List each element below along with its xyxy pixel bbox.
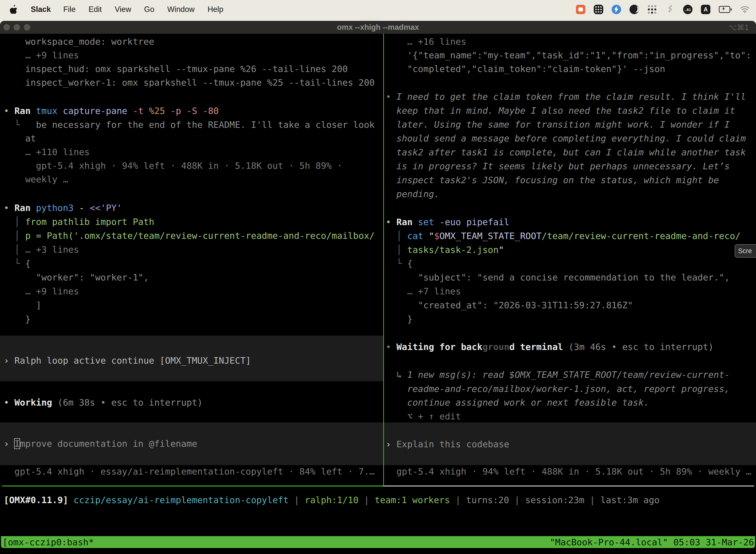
text-segment: … +9 lines: [4, 50, 79, 60]
text-segment: 1 new msg(s): read $OMX_TEAM_STATE_ROOT/…: [407, 370, 730, 380]
menu-item-view[interactable]: View: [108, 5, 138, 14]
terminal-line: later. Using the same for transition mig…: [386, 119, 730, 130]
text-segment: inspect task2's JSON, focusing on the st…: [386, 175, 719, 185]
pane-right[interactable]: … +16 lines '{"team_name":"my-team","tas…: [384, 0, 756, 554]
bolt-badge-icon[interactable]: [612, 5, 621, 14]
terminal-line: › Improve documentation in @filename: [4, 438, 197, 449]
terminal-line: … +9 lines: [4, 50, 79, 61]
text-segment: ": [429, 231, 434, 241]
text-segment: •: [4, 106, 14, 116]
terminal-line: keep that in mind. Maybe I also need the…: [386, 105, 735, 116]
terminal-line: "subject": "send a concise recommendatio…: [386, 272, 730, 283]
text-segment: ↳: [386, 370, 407, 380]
text-segment: Waiting for back: [396, 342, 483, 352]
text-segment: │: [4, 244, 25, 255]
terminal-line: • Ran tmux capture-pane -t %25 -p -S -80: [4, 105, 219, 117]
terminal-line: └ be necessary for the end of the README…: [4, 119, 375, 130]
text-segment: pending.: [386, 189, 440, 199]
text-segment: │: [386, 231, 407, 241]
pane-bottom-border-left: [2, 486, 383, 487]
screen-overlay-badge: Scre: [735, 244, 756, 258]
text-segment: task2 after task1 is complete, but can I…: [386, 147, 746, 157]
pane-divider[interactable]: [383, 34, 384, 486]
dots-grid-icon[interactable]: [647, 5, 657, 14]
text-segment: |: [584, 495, 601, 505]
text-segment: team:1 workers: [375, 495, 450, 505]
terminal-line: gpt-5.4 xhigh · essay/ai-reimplementatio…: [4, 466, 375, 477]
menu-item-go[interactable]: Go: [138, 5, 161, 14]
text-segment: is in progress? It seems likely but perh…: [386, 161, 730, 171]
text-segment: tasks/task-2.json: [407, 245, 499, 255]
menu-item-edit[interactable]: Edit: [82, 5, 108, 14]
menu-item-file[interactable]: File: [57, 5, 82, 14]
terminal-line: at: [4, 133, 36, 144]
terminal-line: pending.: [386, 188, 440, 200]
text-segment: … +9 lines: [4, 286, 79, 296]
keypad-icon[interactable]: [594, 5, 603, 14]
text-segment: Ran: [396, 217, 418, 227]
text-segment: d terminal: [509, 342, 563, 352]
text-segment: {: [25, 258, 31, 269]
terminal-line: • Waiting for background terminal (3m 46…: [386, 341, 713, 353]
input-source-label: A: [704, 6, 708, 13]
terminal-line: │ … +3 lines: [4, 244, 79, 256]
input-source-icon[interactable]: A: [701, 5, 710, 14]
text-segment: •: [386, 92, 396, 102]
text-segment: │: [4, 217, 25, 227]
terminal-line: should send a message before completing …: [386, 133, 746, 144]
terminal-line: › Explain this codebase: [386, 439, 509, 450]
terminal-line: • Working (6m 38s • esc to interrupt): [4, 397, 203, 408]
text-segment: Ran: [14, 203, 36, 213]
omx-status-line: [OMX#0.11.9] cczip/essay/ai-reimplementa…: [4, 494, 659, 506]
terminal-line: └ {: [4, 258, 30, 269]
text-segment: should send a message before completing …: [386, 133, 746, 144]
terminal-line: inspect_hud: omx sparkshell --tmux-pane …: [4, 63, 348, 75]
text-segment: "worker": "worker-1",: [4, 272, 149, 282]
text-segment: keep that in mind. Maybe I also need the…: [386, 106, 735, 116]
pane-left[interactable]: workspace_mode: worktree … +9 lines insp…: [0, 0, 383, 554]
text-segment: turns:20: [466, 495, 509, 505]
text-segment: Working: [14, 397, 52, 407]
text-segment: "subject": "send a concise recommendatio…: [386, 272, 730, 282]
terminal-line: │ cat "$OMX_TEAM_STATE_ROOT/team/review-…: [386, 230, 741, 242]
text-segment: •: [4, 203, 14, 213]
crescent-icon[interactable]: [630, 5, 639, 14]
menu-item-help[interactable]: Help: [201, 5, 230, 14]
menu-items: FileEditViewGoWindowHelp: [57, 5, 230, 14]
text-segment: $: [434, 231, 440, 241]
tmux-status-bar: [omx-cczip0:bash* "MacBook-Pro-44.local"…: [1, 536, 755, 548]
count-badge-icon[interactable]: ..61: [683, 5, 693, 14]
terminal-line: … +9 lines: [4, 286, 79, 297]
terminal-line: readme-and-reco/mailbox/worker-1.json, a…: [386, 383, 730, 395]
text-segment: … +3 lines: [25, 244, 79, 255]
text-segment: │: [4, 231, 25, 241]
menu-item-window[interactable]: Window: [161, 5, 201, 14]
text-segment: cczip/essay/ai-reimplementation-copyleft: [74, 495, 289, 505]
text-segment: OMX_TEAM_STATE_ROOT: [440, 231, 542, 241]
terminal-line: inspect task2's JSON, focusing on the st…: [386, 174, 719, 186]
text-segment: •: [386, 217, 396, 227]
menu-item-app[interactable]: Slack: [25, 5, 57, 14]
text-cursor: I: [14, 439, 20, 449]
terminal-line: ⌥ + ↑ edit: [386, 411, 461, 422]
text-segment: ›: [386, 439, 396, 449]
text-segment: Explain this codebase: [396, 439, 509, 449]
chat-icon[interactable]: [576, 5, 585, 14]
terminal-line: workspace_mode: worktree: [4, 36, 154, 47]
terminal-line: ]: [4, 299, 42, 311]
apple-menu-icon[interactable]: [9, 4, 18, 14]
text-segment: -80: [203, 106, 219, 116]
squiggle-icon[interactable]: [665, 5, 675, 14]
text-segment: cat: [407, 231, 429, 241]
terminal-line: • I need to get the claim token from the…: [386, 91, 746, 103]
text-segment: … +110 lines: [4, 147, 90, 157]
terminal-line: "created_at": "2026-03-31T11:59:27.816Z": [386, 299, 633, 311]
chat-bubble: [578, 7, 583, 11]
terminal-line: … +110 lines: [4, 147, 90, 158]
text-segment: |: [289, 495, 305, 505]
battery-icon[interactable]: [719, 5, 732, 14]
wifi-icon[interactable]: [740, 5, 750, 14]
terminal-line: weekly …: [4, 174, 68, 185]
tmux-session-label[interactable]: [omx-cczip0:bash*: [2, 537, 94, 547]
text-segment: Ran: [14, 106, 36, 116]
